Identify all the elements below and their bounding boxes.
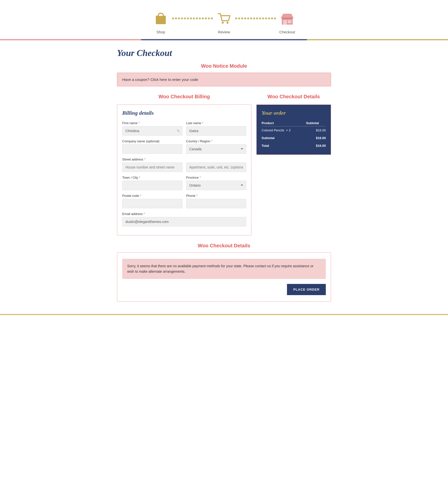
company-group: Company name (optional) [122, 139, 182, 154]
street-row: Street address * [122, 158, 246, 172]
last-name-group: Last name * [186, 121, 246, 136]
billing-box: Billing details First name * ✎ [117, 105, 251, 235]
order-box: Your order Product Subtotal Colored Pe [256, 105, 331, 155]
coupon-notice[interactable]: Have a coupon? Click here to enter your … [117, 73, 331, 86]
place-order-button[interactable]: PLACE ORDER [287, 284, 326, 295]
subtotal-col-header: Subtotal [306, 120, 326, 126]
svg-rect-7 [283, 20, 287, 25]
product-name: Colored Pencils × 2 [262, 126, 306, 134]
apartment-label [186, 158, 246, 161]
main-content: Your Checkout Woo Notice Module Have a c… [112, 40, 336, 309]
subtotal-row: Subtotal $16.00 [262, 134, 326, 142]
bottom-section: Woo Checkout Details Sorry, it seems tha… [117, 243, 331, 302]
step-checkout: Checkout [279, 10, 296, 34]
payment-notice-text: Sorry, it seems that there are no availa… [127, 263, 321, 274]
coupon-text: Have a coupon? Click here to enter your … [122, 77, 326, 82]
store-icon [279, 10, 296, 27]
details-module-title-top: Woo Checkout Details [256, 94, 331, 103]
svg-point-4 [226, 22, 228, 24]
notice-module-title: Woo Notice Module [117, 63, 331, 69]
payment-notice: Sorry, it seems that there are no availa… [122, 259, 326, 279]
dots-1 [172, 17, 213, 27]
apartment-input[interactable] [186, 162, 246, 172]
step-shop-label: Shop [156, 30, 165, 34]
table-row: Colored Pencils × 2 $16.00 [262, 126, 326, 134]
email-label: Email address * [122, 212, 246, 216]
email-input[interactable] [122, 217, 246, 226]
first-name-input[interactable] [122, 126, 182, 136]
town-input[interactable] [122, 181, 182, 190]
name-row: First name * ✎ Last name * [122, 121, 246, 136]
order-title: Your order [262, 110, 326, 116]
bag-icon [152, 10, 169, 27]
postal-phone-row: Postal code * Phone * [122, 194, 246, 208]
first-name-group: First name * ✎ [122, 121, 182, 136]
progress-line-blue [141, 39, 307, 40]
company-country-row: Company name (optional) Country / Region… [122, 139, 246, 154]
payment-box: Sorry, it seems that there are no availa… [117, 252, 331, 302]
province-label: Province * [186, 176, 246, 179]
step-review: Review [215, 10, 233, 34]
country-label: Country / Region * [186, 139, 246, 143]
product-col-header: Product [262, 120, 306, 126]
step-shop: Shop [152, 10, 169, 34]
postal-label: Postal code * [122, 194, 182, 198]
svg-rect-1 [156, 16, 166, 24]
product-price: $16.00 [306, 126, 326, 134]
edit-icon: ✎ [177, 129, 180, 133]
phone-input[interactable] [186, 199, 246, 208]
subtotal-label: Subtotal [262, 134, 306, 142]
progress-line-gold [307, 39, 448, 40]
apartment-group [186, 158, 246, 172]
bottom-gold-line [0, 314, 448, 315]
step-review-label: Review [218, 30, 230, 34]
details-module-title-bottom: Woo Checkout Details [117, 243, 331, 249]
svg-rect-2 [159, 15, 163, 16]
total-value: $16.00 [306, 142, 326, 150]
place-order-row: PLACE ORDER [122, 284, 326, 295]
province-group: Province * Ontario Quebec British Columb… [186, 176, 246, 190]
company-input[interactable] [122, 144, 182, 154]
town-group: Town / City * [122, 176, 182, 190]
billing-module-title: Woo Checkout Billing [117, 94, 251, 103]
billing-title: Billing details [122, 110, 246, 116]
order-table: Product Subtotal Colored Pencils × 2 $16… [262, 120, 326, 150]
svg-rect-8 [288, 20, 291, 23]
postal-group: Postal code * [122, 194, 182, 208]
postal-input[interactable] [122, 199, 182, 208]
svg-point-3 [222, 22, 224, 24]
billing-section: Billing details First name * ✎ [117, 105, 251, 235]
town-label: Town / City * [122, 176, 182, 179]
cart-icon [215, 10, 233, 27]
column-titles: Woo Checkout Billing Woo Checkout Detail… [117, 94, 331, 103]
street-group: Street address * [122, 158, 182, 172]
dots-2 [235, 17, 276, 27]
last-name-input[interactable] [186, 126, 246, 136]
total-label: Total [262, 142, 306, 150]
street-input[interactable] [122, 162, 182, 172]
order-section: Your order Product Subtotal Colored Pe [256, 105, 331, 155]
province-select[interactable]: Ontario Quebec British Columbia Alberta [186, 181, 246, 190]
street-label: Street address * [122, 158, 182, 161]
checkout-columns: Billing details First name * ✎ [117, 105, 331, 235]
email-group: Email address * [122, 212, 246, 226]
phone-label: Phone * [186, 194, 246, 198]
subtotal-value: $16.00 [306, 134, 326, 142]
first-name-label: First name * [122, 121, 182, 125]
page-title: Your Checkout [117, 48, 331, 58]
phone-group: Phone * [186, 194, 246, 208]
total-row: Total $16.00 [262, 142, 326, 150]
step-checkout-label: Checkout [279, 30, 295, 34]
email-row: Email address * [122, 212, 246, 226]
svg-rect-9 [282, 18, 293, 19]
order-header: Your order Product Subtotal Colored Pe [257, 105, 331, 155]
country-select[interactable]: Canada United States United Kingdom [186, 144, 246, 154]
progress-steps: Shop Review [0, 0, 448, 39]
progress-lines [0, 39, 448, 40]
last-name-label: Last name * [186, 121, 246, 125]
progress-line-pink [0, 39, 141, 40]
town-province-row: Town / City * Province * Ontario Quebec [122, 176, 246, 190]
company-label: Company name (optional) [122, 139, 182, 143]
country-group: Country / Region * Canada United States … [186, 139, 246, 154]
